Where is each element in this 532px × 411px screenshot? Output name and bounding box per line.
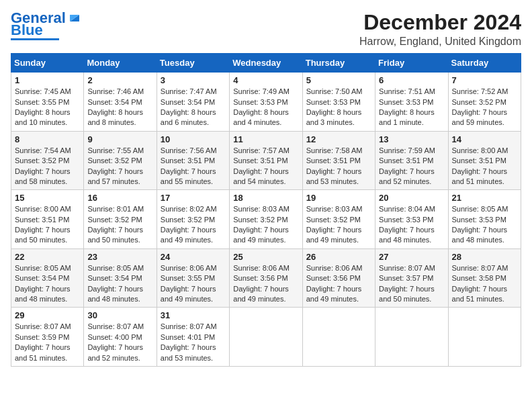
day-number: 19 [306, 193, 371, 203]
calendar-cell: 29Sunrise: 8:07 AMSunset: 3:59 PMDayligh… [11, 308, 84, 367]
day-number: 13 [379, 134, 444, 144]
day-info: Sunrise: 8:05 AMSunset: 3:53 PMDaylight:… [452, 204, 517, 246]
weekday-header-saturday: Saturday [448, 54, 521, 73]
day-number: 8 [15, 134, 80, 144]
day-info: Sunrise: 7:47 AMSunset: 3:54 PMDaylight:… [161, 87, 226, 128]
calendar-cell: 12Sunrise: 7:58 AMSunset: 3:51 PMDayligh… [302, 131, 375, 190]
day-info: Sunrise: 7:57 AMSunset: 3:51 PMDaylight:… [233, 146, 298, 187]
calendar-cell: 19Sunrise: 8:03 AMSunset: 3:52 PMDayligh… [302, 190, 375, 249]
weekday-header-wednesday: Wednesday [230, 54, 302, 73]
day-number: 30 [87, 310, 152, 320]
day-number: 28 [452, 252, 517, 262]
calendar-cell: 15Sunrise: 8:00 AMSunset: 3:51 PMDayligh… [11, 190, 84, 249]
calendar-week-row: 15Sunrise: 8:00 AMSunset: 3:51 PMDayligh… [11, 190, 521, 249]
calendar-week-row: 29Sunrise: 8:07 AMSunset: 3:59 PMDayligh… [11, 308, 521, 367]
day-number: 14 [452, 134, 517, 144]
day-info: Sunrise: 8:07 AMSunset: 4:00 PMDaylight:… [87, 322, 152, 363]
day-number: 6 [379, 75, 444, 85]
logo-line [11, 38, 59, 40]
calendar-table: SundayMondayTuesdayWednesdayThursdayFrid… [11, 53, 521, 367]
day-info: Sunrise: 7:55 AMSunset: 3:52 PMDaylight:… [87, 146, 152, 187]
calendar-week-row: 8Sunrise: 7:54 AMSunset: 3:52 PMDaylight… [11, 131, 521, 190]
calendar-cell: 28Sunrise: 8:07 AMSunset: 3:58 PMDayligh… [448, 248, 521, 308]
calendar-week-row: 22Sunrise: 8:05 AMSunset: 3:54 PMDayligh… [11, 248, 521, 308]
calendar-cell: 2Sunrise: 7:46 AMSunset: 3:54 PMDaylight… [84, 73, 157, 132]
calendar-cell: 6Sunrise: 7:51 AMSunset: 3:53 PMDaylight… [375, 73, 448, 132]
calendar-cell: 27Sunrise: 8:07 AMSunset: 3:57 PMDayligh… [375, 248, 448, 308]
day-info: Sunrise: 8:06 AMSunset: 3:56 PMDaylight:… [233, 263, 298, 305]
day-number: 26 [306, 252, 371, 262]
calendar-cell: 21Sunrise: 8:05 AMSunset: 3:53 PMDayligh… [448, 190, 521, 249]
day-info: Sunrise: 7:54 AMSunset: 3:52 PMDaylight:… [15, 146, 80, 187]
calendar-cell: 26Sunrise: 8:06 AMSunset: 3:56 PMDayligh… [302, 248, 375, 308]
calendar-cell: 5Sunrise: 7:50 AMSunset: 3:53 PMDaylight… [302, 73, 375, 132]
day-number: 20 [379, 193, 444, 203]
weekday-header-tuesday: Tuesday [157, 54, 229, 73]
calendar-cell: 11Sunrise: 7:57 AMSunset: 3:51 PMDayligh… [230, 131, 302, 190]
day-number: 31 [161, 310, 226, 320]
weekday-header-friday: Friday [375, 54, 448, 73]
day-info: Sunrise: 8:07 AMSunset: 3:57 PMDaylight:… [379, 263, 444, 305]
logo: General Blue [11, 11, 82, 40]
calendar-cell: 25Sunrise: 8:06 AMSunset: 3:56 PMDayligh… [230, 248, 302, 308]
day-number: 5 [306, 75, 371, 85]
day-number: 29 [15, 310, 80, 320]
day-info: Sunrise: 8:03 AMSunset: 3:52 PMDaylight:… [306, 204, 371, 246]
day-info: Sunrise: 8:05 AMSunset: 3:54 PMDaylight:… [87, 263, 152, 305]
calendar-header-row: SundayMondayTuesdayWednesdayThursdayFrid… [11, 54, 521, 73]
day-info: Sunrise: 8:00 AMSunset: 3:51 PMDaylight:… [15, 204, 80, 246]
day-number: 22 [15, 252, 80, 262]
day-info: Sunrise: 7:51 AMSunset: 3:53 PMDaylight:… [379, 87, 444, 128]
calendar-cell: 10Sunrise: 7:56 AMSunset: 3:51 PMDayligh… [157, 131, 229, 190]
day-info: Sunrise: 8:02 AMSunset: 3:52 PMDaylight:… [161, 204, 226, 246]
calendar-cell: 20Sunrise: 8:04 AMSunset: 3:53 PMDayligh… [375, 190, 448, 249]
day-number: 16 [87, 193, 152, 203]
calendar-cell: 31Sunrise: 8:07 AMSunset: 4:01 PMDayligh… [157, 308, 229, 367]
weekday-header-thursday: Thursday [302, 54, 375, 73]
day-info: Sunrise: 7:56 AMSunset: 3:51 PMDaylight:… [161, 146, 226, 187]
calendar-cell: 7Sunrise: 7:52 AMSunset: 3:52 PMDaylight… [448, 73, 521, 132]
title-block: December 2024 Harrow, England, United Ki… [359, 11, 521, 48]
day-info: Sunrise: 8:07 AMSunset: 3:59 PMDaylight:… [15, 322, 80, 363]
logo-blue-text: Blue [11, 23, 43, 38]
day-number: 27 [379, 252, 444, 262]
calendar-cell: 16Sunrise: 8:01 AMSunset: 3:52 PMDayligh… [84, 190, 157, 249]
day-info: Sunrise: 8:03 AMSunset: 3:52 PMDaylight:… [233, 204, 298, 246]
day-number: 15 [15, 193, 80, 203]
day-number: 2 [87, 75, 152, 85]
calendar-cell: 23Sunrise: 8:05 AMSunset: 3:54 PMDayligh… [84, 248, 157, 308]
day-info: Sunrise: 8:06 AMSunset: 3:55 PMDaylight:… [161, 263, 226, 305]
calendar-cell [375, 308, 448, 367]
location-title: Harrow, England, United Kingdom [359, 36, 521, 48]
day-info: Sunrise: 7:59 AMSunset: 3:51 PMDaylight:… [379, 146, 444, 187]
calendar-week-row: 1Sunrise: 7:45 AMSunset: 3:55 PMDaylight… [11, 73, 521, 132]
day-info: Sunrise: 8:01 AMSunset: 3:52 PMDaylight:… [87, 204, 152, 246]
day-number: 24 [161, 252, 226, 262]
month-title: December 2024 [359, 11, 521, 34]
day-number: 9 [87, 134, 152, 144]
calendar-cell [448, 308, 521, 367]
day-number: 3 [161, 75, 226, 85]
day-number: 18 [233, 193, 298, 203]
calendar-cell [230, 308, 302, 367]
calendar-cell: 13Sunrise: 7:59 AMSunset: 3:51 PMDayligh… [375, 131, 448, 190]
day-info: Sunrise: 7:46 AMSunset: 3:54 PMDaylight:… [87, 87, 152, 128]
day-info: Sunrise: 7:50 AMSunset: 3:53 PMDaylight:… [306, 87, 371, 128]
day-info: Sunrise: 7:52 AMSunset: 3:52 PMDaylight:… [452, 87, 517, 128]
day-number: 23 [87, 252, 152, 262]
day-number: 12 [306, 134, 371, 144]
weekday-header-sunday: Sunday [11, 54, 84, 73]
day-number: 11 [233, 134, 298, 144]
day-number: 25 [233, 252, 298, 262]
calendar-cell [302, 308, 375, 367]
day-number: 4 [233, 75, 298, 85]
day-info: Sunrise: 8:00 AMSunset: 3:51 PMDaylight:… [452, 146, 517, 187]
calendar-body: 1Sunrise: 7:45 AMSunset: 3:55 PMDaylight… [11, 73, 521, 367]
calendar-cell: 24Sunrise: 8:06 AMSunset: 3:55 PMDayligh… [157, 248, 229, 308]
calendar-cell: 22Sunrise: 8:05 AMSunset: 3:54 PMDayligh… [11, 248, 84, 308]
calendar-cell: 18Sunrise: 8:03 AMSunset: 3:52 PMDayligh… [230, 190, 302, 249]
calendar-cell: 14Sunrise: 8:00 AMSunset: 3:51 PMDayligh… [448, 131, 521, 190]
day-number: 21 [452, 193, 517, 203]
calendar-cell: 17Sunrise: 8:02 AMSunset: 3:52 PMDayligh… [157, 190, 229, 249]
calendar-cell: 30Sunrise: 8:07 AMSunset: 4:00 PMDayligh… [84, 308, 157, 367]
